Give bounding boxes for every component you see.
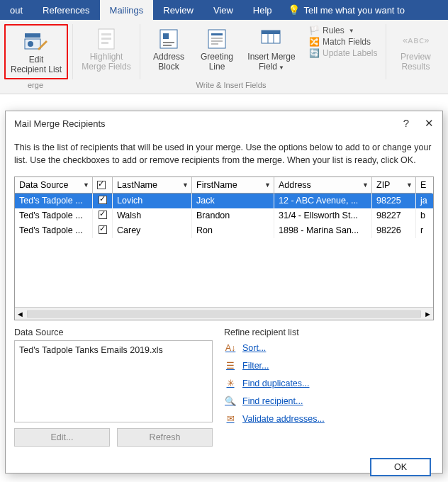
validate-icon: ✉ [224, 413, 237, 424]
horizontal-scrollbar[interactable]: ◄ ► [15, 307, 433, 320]
col-address[interactable]: Address▼ [274, 177, 372, 194]
chevron-down-icon: ▼ [349, 28, 354, 34]
insert-merge-field-icon [259, 26, 284, 52]
edit-recipient-line1: Edit [29, 55, 44, 65]
rules-icon: 🏳️ [309, 26, 320, 35]
scroll-right-icon[interactable]: ► [424, 310, 432, 318]
tab-mailings[interactable]: Mailings [100, 0, 154, 20]
match-fields-icon: 🔀 [309, 37, 320, 47]
svg-point-2 [28, 41, 33, 47]
ribbon-group-caption: Write & Insert Fields [71, 79, 391, 92]
svg-rect-0 [25, 33, 40, 38]
find-recipient-link[interactable]: 🔍Find recipient... [224, 396, 434, 406]
edit-recipient-list-button[interactable]: Edit Recipient List [4, 24, 68, 79]
checkbox-checked-icon[interactable] [97, 181, 106, 189]
checkbox-checked-icon[interactable] [99, 211, 107, 219]
svg-rect-6 [101, 42, 108, 44]
address-block-icon [158, 26, 179, 52]
chevron-down-icon[interactable]: ▼ [83, 181, 89, 189]
mail-merge-recipients-dialog: Mail Merge Recipients ? ✕ This is the li… [5, 111, 443, 473]
svg-rect-8 [163, 33, 169, 39]
ribbon-side-column: 🏳️ Rules ▼ 🔀 Match Fields 🔄 Update Label… [302, 24, 381, 74]
chevron-down-icon[interactable]: ▼ [264, 181, 271, 189]
tab-help[interactable]: Help [243, 0, 282, 20]
edit-recipient-icon [23, 28, 49, 55]
svg-rect-14 [211, 40, 223, 42]
edit-recipient-line2: Recipient List [11, 65, 62, 75]
lightbulb-icon: 💡 [288, 4, 300, 16]
svg-rect-9 [163, 42, 174, 43]
col-data-source[interactable]: Data Source▼ [15, 177, 93, 194]
tell-me-search[interactable]: 💡 Tell me what you want to [282, 0, 405, 20]
grid-header-row: Data Source▼ LastName▼ FirstName▼ Addres… [15, 177, 433, 194]
svg-rect-12 [211, 33, 223, 35]
dialog-help-button[interactable]: ? [403, 117, 409, 130]
sort-icon: A↓ [224, 343, 237, 353]
greeting-line-icon [206, 26, 228, 52]
find-duplicates-link[interactable]: ✳Find duplicates... [224, 378, 434, 388]
preview-results-button: «ᴀʙᴄ» Preview Results [391, 24, 440, 74]
scroll-left-icon[interactable]: ◄ [16, 310, 24, 318]
duplicates-icon: ✳ [224, 378, 237, 388]
preview-results-icon: «ᴀʙᴄ» [401, 26, 430, 52]
data-source-file[interactable]: Ted's Tadpole Tanks Emails 2019.xls [19, 345, 163, 355]
scrollbar-track[interactable] [27, 310, 421, 318]
filter-link[interactable]: ☰Filter... [224, 360, 434, 371]
chevron-down-icon: ▼ [279, 65, 284, 71]
ok-button[interactable]: OK [370, 458, 431, 476]
match-fields-button[interactable]: 🔀 Match Fields [309, 37, 377, 47]
chevron-down-icon[interactable]: ▼ [406, 181, 413, 189]
svg-rect-13 [211, 38, 223, 39]
tab-references[interactable]: References [33, 0, 99, 20]
refine-list-label: Refine recipient list [224, 327, 434, 337]
col-firstname[interactable]: FirstName▼ [192, 177, 274, 194]
checkbox-checked-icon[interactable] [99, 196, 107, 204]
data-source-refresh-button: Refresh [117, 428, 213, 447]
chevron-down-icon[interactable]: ▼ [362, 181, 369, 189]
address-block-button[interactable]: Address Block [145, 24, 193, 74]
tab-review[interactable]: Review [153, 0, 203, 20]
insert-merge-field-button[interactable]: Insert Merge Field▼ [241, 24, 302, 74]
ribbon: Edit Recipient List Highlight Merge Fiel… [0, 20, 448, 94]
data-source-list[interactable]: Ted's Tadpole Tanks Emails 2019.xls [14, 340, 213, 422]
tab-view[interactable]: View [203, 0, 243, 20]
validate-addresses-link[interactable]: ✉Validate addresses... [224, 413, 434, 424]
dialog-intro-text: This is the list of recipients that will… [14, 141, 434, 167]
tell-me-label: Tell me what you want to [304, 5, 405, 16]
find-recipient-icon: 🔍 [224, 396, 237, 406]
highlight-merge-fields-button: Highlight Merge Fields [77, 24, 135, 74]
col-zip[interactable]: ZIP▼ [372, 177, 416, 194]
dialog-close-button[interactable]: ✕ [425, 117, 434, 130]
table-row[interactable]: Ted's Tadpole ... Walsh Brandon 31/4 - E… [15, 208, 433, 223]
ribbon-tabs: out References Mailings Review View Help… [0, 0, 448, 20]
sort-link[interactable]: A↓Sort... [224, 343, 434, 353]
update-labels-button: 🔄 Update Labels [309, 48, 377, 58]
svg-rect-5 [101, 38, 111, 40]
data-source-edit-button: Edit... [14, 428, 110, 447]
update-labels-icon: 🔄 [309, 48, 320, 58]
svg-rect-17 [262, 30, 280, 34]
col-email[interactable]: E [416, 177, 432, 194]
svg-rect-10 [163, 45, 172, 46]
col-lastname[interactable]: LastName▼ [113, 177, 192, 194]
greeting-line-button[interactable]: Greeting Line [193, 24, 241, 74]
highlight-fields-icon [96, 26, 117, 52]
svg-rect-4 [101, 33, 111, 35]
svg-rect-15 [211, 43, 218, 45]
ribbon-group-caption: erge [0, 79, 71, 92]
rules-button[interactable]: 🏳️ Rules ▼ [309, 26, 377, 35]
table-row[interactable]: Ted's Tadpole ... Lovich Jack 12 - ABC A… [15, 194, 433, 208]
tab-layout[interactable]: out [0, 0, 33, 20]
table-row[interactable]: Ted's Tadpole ... Carey Ron 1898 - Marin… [15, 223, 433, 238]
recipients-grid: Data Source▼ LastName▼ FirstName▼ Addres… [14, 176, 434, 320]
svg-text:«ᴀʙᴄ»: «ᴀʙᴄ» [403, 35, 429, 45]
chevron-down-icon[interactable]: ▼ [182, 181, 189, 189]
dialog-title: Mail Merge Recipients [14, 118, 106, 129]
checkbox-checked-icon[interactable] [99, 225, 107, 234]
data-source-label: Data Source [14, 327, 213, 337]
filter-icon: ☰ [224, 360, 237, 371]
col-checkbox[interactable] [93, 177, 113, 194]
